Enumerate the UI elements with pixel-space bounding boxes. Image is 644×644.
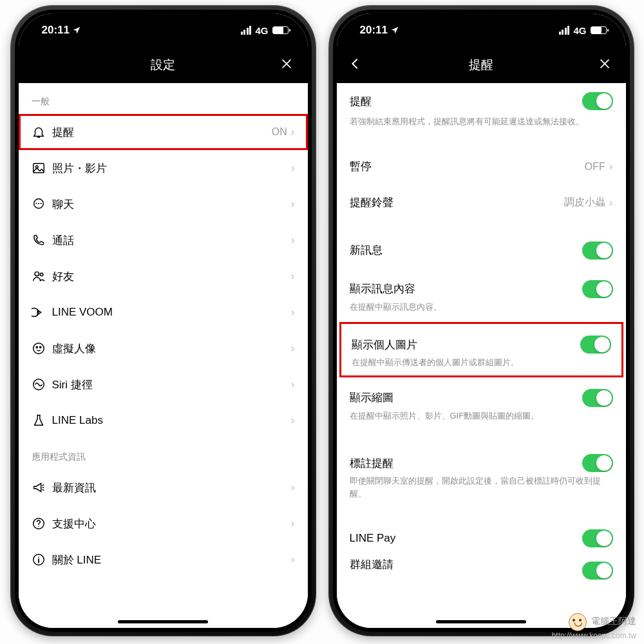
- toggle-master-notification[interactable]: [582, 92, 613, 110]
- chat-icon: [32, 197, 46, 211]
- row-group-invite-cut[interactable]: 群組邀請: [337, 556, 626, 572]
- row-calls[interactable]: 通話 ›: [19, 222, 308, 258]
- chevron-right-icon: ›: [291, 553, 295, 566]
- row-label: 提醒: [52, 125, 272, 140]
- siri-icon: [32, 377, 46, 392]
- status-time: 20:11: [42, 24, 70, 37]
- row-label: 虛擬人像: [52, 341, 291, 356]
- svg-point-5: [33, 343, 44, 354]
- section-header-appinfo: 應用程式資訊: [19, 439, 308, 469]
- home-indicator[interactable]: [118, 620, 208, 623]
- watermark-title: 電腦王阿達: [591, 616, 636, 626]
- close-button[interactable]: [279, 57, 294, 74]
- row-ringtone[interactable]: 提醒鈴聲 調皮小蟲 ›: [337, 185, 626, 221]
- highlight-show-avatar: 顯示個人圖片 在提醒中顯示傳送者的個人圖片或群組圖片。: [339, 322, 623, 377]
- row-support[interactable]: 支援中心 ›: [19, 506, 308, 542]
- row-label: 通話: [52, 233, 291, 248]
- toggle-show-avatar[interactable]: [580, 336, 611, 354]
- toggle-line-pay[interactable]: [582, 529, 613, 547]
- row-label: 顯示縮圖: [350, 390, 582, 405]
- row-desc: 若強制結束應用程式，提醒訊息將有可能延遲送達或無法接收。: [337, 115, 626, 137]
- close-icon: [598, 57, 612, 71]
- location-arrow-icon: [72, 26, 81, 35]
- megaphone-icon: [32, 480, 46, 495]
- section-header-general: 一般: [19, 83, 308, 114]
- settings-list[interactable]: 一般 提醒 ON › 照片・影片 › 聊天 › 通話 ›: [19, 83, 308, 628]
- status-time: 20:11: [360, 24, 388, 37]
- row-label: LINE Labs: [52, 414, 291, 427]
- network-label: 4G: [255, 25, 268, 36]
- toggle-new-message[interactable]: [582, 242, 613, 260]
- row-desc: 在提醒中顯示訊息內容。: [337, 301, 626, 323]
- svg-point-6: [36, 346, 37, 348]
- row-line-voom[interactable]: LINE VOOM ›: [19, 294, 308, 330]
- svg-rect-0: [33, 164, 44, 173]
- screen-left: 20:11 4G 設定 一般 提醒 ON ›: [19, 14, 308, 628]
- row-value: 調皮小蟲: [564, 196, 605, 209]
- notch: [108, 14, 218, 34]
- row-label: 最新資訊: [52, 480, 291, 495]
- signal-bars-icon: [241, 26, 252, 35]
- row-label: 關於 LINE: [52, 553, 291, 567]
- row-label: 好友: [52, 269, 291, 284]
- close-icon: [279, 57, 294, 71]
- home-indicator[interactable]: [436, 620, 526, 623]
- row-label: 暫停: [350, 159, 585, 174]
- row-line-labs[interactable]: LINE Labs ›: [19, 402, 308, 439]
- bezel: 20:11 4G 設定 一般 提醒 ON ›: [15, 10, 312, 632]
- row-desc: 即使關閉聊天室的提醒，開啟此設定後，當自己被標註時仍可收到提醒。: [337, 475, 626, 509]
- navbar-right: 提醒: [337, 47, 626, 83]
- close-button[interactable]: [598, 57, 612, 74]
- chevron-left-icon: [348, 57, 363, 71]
- row-avatar[interactable]: 虛擬人像 ›: [19, 330, 308, 366]
- navbar-left: 設定: [19, 47, 308, 83]
- row-label: 新訊息: [350, 243, 582, 258]
- chevron-right-icon: ›: [609, 196, 613, 209]
- row-label: 照片・影片: [52, 161, 291, 176]
- chevron-right-icon: ›: [291, 481, 295, 494]
- row-label: Siri 捷徑: [52, 377, 291, 392]
- toggle-group-invite[interactable]: [582, 562, 613, 580]
- chevron-right-icon: ›: [291, 342, 295, 355]
- row-notifications[interactable]: 提醒 ON ›: [19, 114, 308, 150]
- avatar-face-icon: [32, 341, 46, 355]
- chevron-right-icon: ›: [291, 126, 295, 138]
- row-label: LINE VOOM: [52, 306, 291, 319]
- chevron-right-icon: ›: [291, 234, 295, 247]
- row-about[interactable]: 關於 LINE ›: [19, 542, 308, 578]
- row-chat[interactable]: 聊天 ›: [19, 186, 308, 222]
- watermark: 電腦王阿達 http://www.kocpc.com.tw: [552, 613, 636, 640]
- row-friends[interactable]: 好友 ›: [19, 258, 308, 294]
- row-pause[interactable]: 暫停 OFF ›: [337, 149, 626, 185]
- notification-settings-list[interactable]: 提醒 若強制結束應用程式，提醒訊息將有可能延遲送達或無法接收。 暫停 OFF ›…: [337, 83, 626, 628]
- toggle-show-thumbnail[interactable]: [582, 389, 613, 407]
- row-show-content[interactable]: 顯示訊息內容: [337, 269, 626, 305]
- row-new-message[interactable]: 新訊息: [337, 232, 626, 269]
- row-show-thumbnail[interactable]: 顯示縮圖: [337, 377, 626, 413]
- toggle-show-content[interactable]: [582, 280, 613, 298]
- page-title: 提醒: [469, 57, 493, 73]
- toggle-mention[interactable]: [582, 454, 613, 472]
- row-siri[interactable]: Siri 捷徑 ›: [19, 366, 308, 402]
- row-show-avatar[interactable]: 顯示個人圖片: [341, 324, 621, 360]
- signal-bars-icon: [559, 26, 570, 35]
- flask-icon: [32, 413, 46, 428]
- row-label: 聊天: [52, 197, 291, 212]
- row-mention[interactable]: 標註提醒: [337, 442, 626, 478]
- phone-icon: [32, 233, 46, 247]
- chevron-right-icon: ›: [291, 517, 295, 530]
- row-label: 群組邀請: [350, 557, 582, 572]
- svg-point-7: [39, 346, 41, 348]
- row-master-notification[interactable]: 提醒: [337, 83, 626, 119]
- location-arrow-icon: [390, 26, 399, 35]
- chevron-right-icon: ›: [291, 414, 295, 427]
- chevron-right-icon: ›: [291, 270, 295, 283]
- row-value: ON: [272, 126, 287, 138]
- row-photos-videos[interactable]: 照片・影片 ›: [19, 150, 308, 186]
- back-button[interactable]: [348, 57, 363, 74]
- chevron-right-icon: ›: [291, 378, 295, 391]
- help-icon: [32, 516, 46, 531]
- watermark-url: http://www.kocpc.com.tw: [552, 631, 636, 640]
- row-news[interactable]: 最新資訊 ›: [19, 469, 308, 506]
- row-line-pay[interactable]: LINE Pay: [337, 520, 626, 556]
